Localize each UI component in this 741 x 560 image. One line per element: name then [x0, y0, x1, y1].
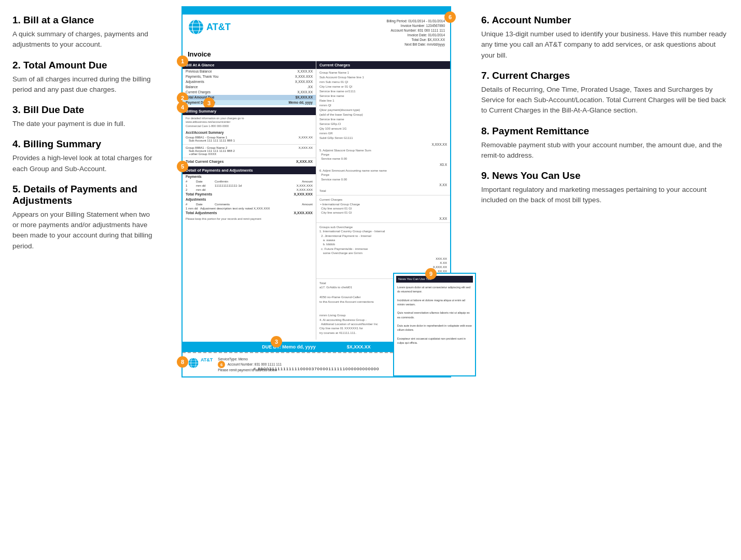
billing-summary-header: Billing Summary [183, 107, 316, 115]
billing-summary-sub1: Acct/Account Summary [183, 130, 316, 135]
meta-line-3: Account Number: 831 000 1111 111 [387, 28, 445, 33]
due-by-amount: $X,XXX.XX [347, 344, 371, 349]
row-adjustments: AdjustmentsX,XXX.XXX [183, 79, 316, 85]
section-6-title: 6. Account Number [481, 15, 726, 26]
meta-line-1: Billing Period: 01/01/2014 - 01/31/2014 [387, 19, 445, 23]
invoice-document: AT&T Billing Period: 01/01/2014 - 01/31/… [181, 6, 451, 377]
total-adjustments: Total AdjustmentsX,XXX.XXX [183, 211, 316, 216]
section-5-title: 5. Details of Payments and Adjustments [12, 184, 153, 206]
att-globe-icon [188, 19, 204, 35]
right-panel: 6. Account Number Unique 13-digit number… [467, 0, 741, 560]
row-previous-bal: Previous BalanceX,XXX.XX [183, 69, 316, 74]
invoice-header-bar [183, 7, 450, 15]
invoice-top: AT&T Billing Period: 01/01/2014 - 01/31/… [183, 15, 450, 49]
section-7-body: Details of Recurring, One Time, Prorated… [481, 85, 726, 116]
row-current-charges: Current ChargesX,XXX.XX [183, 90, 316, 95]
news-line-2: Incididunt ut labore et dolore magna ali… [397, 298, 472, 307]
news-line-1: Lorem ipsum dolor sit amet consectetur a… [397, 285, 472, 294]
section-1-title: 1. Bill at a Glance [12, 15, 153, 26]
badge-8: 8 [177, 356, 188, 368]
current-charges-header: Current Charges [316, 61, 450, 69]
meta-line-2: Invoice Number: 1234567890 [387, 23, 445, 28]
row-total-amount-due: Total Amount Due $X,XXX.XX 2 [183, 95, 316, 100]
section-2-title: 2. Total Amount Due [12, 60, 153, 71]
bill-at-glance-header: Bill At A Glance [183, 61, 316, 69]
payments-label: Payments [183, 174, 316, 179]
att-company-name: AT&T [206, 22, 231, 33]
remit-service-type: ServiceType: Memo [218, 357, 397, 361]
badge-6: 6 [444, 11, 456, 23]
section-4-title: 4. Billing Summary [12, 138, 153, 150]
badge-3-bottom: 3 [271, 336, 282, 347]
meta-line-6: Next Bill Date: mm/dd/yyyy [387, 42, 445, 47]
news-line-5: Excepteur sint occaecat cupidatat non pr… [397, 337, 472, 345]
section-2-body: Sum of all charges incurred during the b… [12, 74, 153, 95]
badge-4: 4 [177, 102, 188, 113]
charges-subtotal1: X,XXX.XX [316, 142, 450, 147]
att-logo: AT&T [188, 19, 231, 35]
section-8-body: Removable payment stub with your account… [481, 140, 726, 161]
billing-total-current: Total Current ChargesX,XXX.XX [183, 159, 316, 164]
section-3-body: The date your payment is due in full. [12, 119, 153, 129]
badge-5: 5 [177, 161, 188, 172]
section-8-title: 8. Payment Remittance [481, 125, 726, 137]
section-1-body: A quick summary of charges, payments and… [12, 29, 153, 50]
badge-1: 1 [177, 55, 188, 67]
billing-group2: Group 888A1 - Group Name 2 Sub Account 1… [183, 146, 316, 157]
section-6-body: Unique 13-digit number used to identify … [481, 29, 726, 61]
charges-line2: X0.X [316, 162, 450, 167]
adjustments-label: Adjustments [183, 197, 316, 202]
section-9-body: Important regulatory and marketing messa… [481, 185, 726, 206]
center-panel: AT&T Billing Period: 01/01/2014 - 01/31/… [166, 0, 467, 560]
section-9-title: 9. News You Can Use [481, 170, 726, 181]
due-by-label: DUE BY: Memo dd, yyyy [262, 344, 315, 349]
remittance-section: 8 AT&T ServiceType: Memo 6 Account Numbe… [183, 352, 450, 376]
total-payments: Total PaymentsX,XXX.XXX [183, 192, 316, 197]
charges-line3: X.XX [316, 183, 450, 188]
invoice-left-col: 1 Bill At A Glance Previous BalanceX,XXX… [183, 61, 316, 340]
row-payment-due: Payment Due Date Memo dd, yyyy 3 [183, 100, 316, 105]
billing-summary-note: For detailed information on your charges… [183, 115, 316, 130]
left-panel: 1. Bill at a Glance A quick summary of c… [0, 0, 166, 560]
section-4-body: Provides a high-level look at total char… [12, 153, 153, 174]
news-line-3: Quis nostrud exercitation ullamco labori… [397, 311, 472, 319]
billing-group1: Group 888A1 - Group Name 1 Sub Account 1… [183, 135, 316, 143]
meta-line-4: Invoice Date: 01/01/2014 [387, 33, 445, 37]
news-box: 9 News You Can Use Title Lorem ipsum dol… [393, 273, 476, 376]
row-payments: Payments, Thank YouX,XXX.XXX [183, 74, 316, 79]
invoice-meta: Billing Period: 01/01/2014 - 01/31/2014 … [387, 19, 445, 47]
invoice-title: Invoice [183, 49, 450, 61]
section-7-title: 7. Current Charges [481, 70, 726, 81]
news-line-4: Duis aute irure dolor in reprehenderit i… [397, 324, 472, 332]
row-balance: Balance.XX [183, 85, 316, 90]
int-charges: X.XX [316, 216, 450, 221]
detail-payments-header: Detail of Payments and Adjustments [183, 166, 316, 174]
section-5-body: Appears on your Billing Statement when t… [12, 209, 153, 251]
section-3-title: 3. Bill Due Date [12, 104, 153, 116]
meta-line-5: Total Due: $X,XXX.XX [387, 37, 445, 42]
